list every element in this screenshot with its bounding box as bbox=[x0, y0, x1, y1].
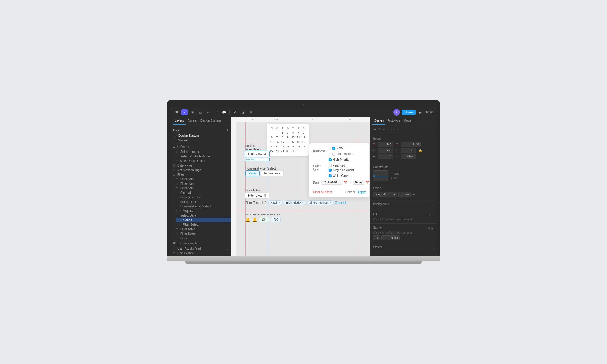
align-bottom-btn[interactable]: ⊥ bbox=[387, 127, 390, 132]
layer-filter-item-3[interactable]: T Filter item bbox=[174, 186, 231, 190]
checkbox-white-glove-box[interactable]: ✓ bbox=[329, 174, 332, 177]
right-tab-prototype[interactable]: Prototype bbox=[385, 117, 402, 125]
ruler-horizontal: 140 230 340 500 bbox=[231, 117, 370, 122]
stroke-more-icon[interactable]: ··· bbox=[401, 236, 403, 240]
layer-select-date[interactable]: T Select Date bbox=[174, 200, 231, 204]
layer-select-products[interactable]: ☐ Select products bbox=[174, 150, 231, 154]
layer-clear-all[interactable]: T Clear all bbox=[174, 190, 231, 195]
layer-filter-item-1[interactable]: T Filter item bbox=[174, 177, 231, 181]
align-center-btn[interactable]: ⊕ bbox=[391, 127, 395, 132]
layer-list-activity[interactable]: T List - Activity feed ∨ bbox=[171, 246, 231, 251]
zoom-label[interactable]: 100% bbox=[426, 111, 433, 114]
layer-filter-item-2[interactable]: T Filter item bbox=[174, 181, 231, 186]
filter-results-row: Filter (2 results): Retail ✕ High Priori… bbox=[245, 200, 346, 205]
apply-button[interactable]: Apply bbox=[357, 190, 366, 194]
cancel-button[interactable]: Cancel bbox=[345, 190, 355, 194]
component-icon[interactable]: ❖ bbox=[232, 109, 238, 115]
tab-layers[interactable]: Layers bbox=[173, 117, 186, 125]
chip-retail[interactable]: Retail bbox=[245, 170, 260, 176]
shape-tool-icon[interactable]: ◻ bbox=[197, 109, 203, 115]
layer-filter-table[interactable]: T Filter Table bbox=[174, 227, 231, 231]
distribute-v-btn[interactable]: ↕ bbox=[401, 127, 403, 132]
stroke-grid-icon[interactable]: ⊞ bbox=[428, 227, 430, 231]
x-value[interactable]: 140 bbox=[378, 142, 393, 147]
effects-add-icon[interactable]: + bbox=[431, 246, 433, 250]
stroke-add-icon[interactable]: + bbox=[431, 227, 433, 231]
r-value[interactable]: 0° bbox=[378, 154, 393, 159]
align-left-btn[interactable]: ⊢ bbox=[373, 127, 377, 132]
layer-group-15[interactable]: ☐ Group 15 bbox=[174, 209, 231, 213]
background-add-icon[interactable]: + bbox=[431, 203, 433, 207]
w-value[interactable]: 155 bbox=[378, 148, 393, 153]
today-button[interactable]: Today bbox=[353, 180, 364, 185]
pen-tool-icon[interactable]: ✏ bbox=[205, 109, 211, 115]
layer-brands[interactable]: ☐ brands bbox=[176, 218, 231, 222]
layer-row: Pass Through 100% 👁 bbox=[373, 192, 433, 197]
prop-row-wh: W 155 H 40 🔒 bbox=[373, 148, 433, 153]
checkbox-financed-box[interactable] bbox=[329, 164, 332, 167]
share-button[interactable]: Share bbox=[402, 110, 416, 115]
layer-filter-select-2[interactable]: T Filter Select bbox=[174, 231, 231, 236]
page-design-system[interactable]: ✓ Design System bbox=[173, 133, 229, 138]
play-button[interactable]: ▶ bbox=[418, 109, 424, 115]
blend-mode-select[interactable]: Pass Through bbox=[373, 192, 397, 197]
misc-icon[interactable]: ⊞ bbox=[248, 109, 254, 115]
tag-remove-icon[interactable]: ✕ bbox=[329, 201, 331, 204]
clip-value[interactable]: Mixed bbox=[401, 154, 416, 159]
ok-badge-1[interactable]: OK bbox=[259, 217, 269, 222]
layer-notif-flags[interactable]: ☐ Notifications flags bbox=[171, 168, 231, 172]
tab-assets[interactable]: Assets bbox=[186, 117, 198, 125]
checkbox-ecommerce-box[interactable] bbox=[332, 153, 335, 156]
layer-date-picker[interactable]: ☐ Date Picker bbox=[171, 163, 231, 168]
filter-active-button[interactable]: Filter View ⚙ bbox=[245, 192, 270, 199]
tag-remove-icon[interactable]: ✕ bbox=[302, 201, 304, 204]
layer-filter[interactable]: ☐ Filter bbox=[171, 172, 231, 177]
x2-value[interactable]: 2148 bbox=[401, 142, 421, 147]
checkbox-single-payment-box[interactable]: ✓ bbox=[329, 169, 332, 172]
background-section: Background + bbox=[370, 200, 436, 210]
ok-badge-2[interactable]: OK bbox=[271, 217, 280, 222]
fill-grid-icon[interactable]: ⊞ bbox=[428, 213, 430, 217]
tab-design-system[interactable]: Design System bbox=[198, 117, 222, 125]
visibility-toggle[interactable]: 👁 bbox=[412, 193, 415, 196]
layer-filter-2[interactable]: T Filter bbox=[174, 236, 231, 241]
layer-select-multiselect[interactable]: T select / multiselect bbox=[174, 159, 231, 163]
hamburger-icon[interactable]: ☰ bbox=[174, 109, 180, 115]
checkbox-retail-box[interactable]: ✓ bbox=[332, 147, 335, 150]
h-value[interactable]: 40 bbox=[401, 148, 416, 153]
comment-tool-icon[interactable]: 💬 bbox=[221, 109, 227, 115]
tag-remove-icon[interactable]: ✕ bbox=[278, 201, 280, 204]
mask-icon[interactable]: ◑ bbox=[240, 109, 246, 115]
page-mockup[interactable]: Mockup bbox=[173, 138, 229, 143]
stroke-width-value[interactable]: 1 bbox=[373, 235, 380, 240]
align-right-btn[interactable]: ⊣ bbox=[382, 127, 386, 132]
clear-all-filters-link[interactable]: Clear all filters bbox=[313, 190, 332, 194]
clear-all-link[interactable]: Clear all bbox=[335, 201, 346, 204]
right-tab-code[interactable]: Code bbox=[402, 117, 413, 125]
layer-filter-select-nested[interactable]: T Filter Select bbox=[176, 222, 231, 227]
right-tab-design[interactable]: Design bbox=[372, 117, 385, 125]
fill-add-icon[interactable]: + bbox=[431, 213, 433, 217]
move-tool-icon[interactable]: ↖ bbox=[181, 109, 188, 115]
laptop-screen: ☰ ↖ ⊞ ◻ ✏ T 💬 ❖ ◑ ⊞ A Share ▶ 100% bbox=[171, 107, 436, 256]
date-from-input[interactable] bbox=[321, 180, 342, 185]
distribute-h-btn[interactable]: ↔ bbox=[396, 127, 400, 132]
constraint-box bbox=[373, 170, 388, 181]
layer-filter-2-results[interactable]: T Filter (2 results:) bbox=[174, 195, 231, 200]
cal-header: T bbox=[280, 126, 285, 130]
frame-tool-icon[interactable]: ⊞ bbox=[189, 109, 195, 115]
stroke-type-value[interactable]: Mixed bbox=[381, 235, 400, 240]
align-top-btn[interactable]: ⊤ bbox=[378, 127, 381, 132]
layer-select-date-2[interactable]: T Select Date bbox=[174, 213, 231, 218]
layer-line-expand[interactable]: T Line Expand ∨ bbox=[171, 251, 231, 255]
layer-horiz-filter[interactable]: T Horizontal Filter Select bbox=[174, 204, 231, 209]
opacity-value[interactable]: 100% bbox=[398, 192, 411, 197]
text-tool-icon[interactable]: T bbox=[213, 109, 219, 115]
layer-select-products-active[interactable]: T Select Products Active bbox=[174, 154, 231, 159]
lock-icon[interactable]: 🔒 bbox=[419, 149, 422, 152]
chip-ecommerce[interactable]: Ecommerce bbox=[261, 170, 284, 176]
add-page-icon[interactable]: + bbox=[226, 128, 229, 132]
checkbox-white-glove: ✓ White Glove bbox=[329, 174, 349, 177]
checkbox-high-priority-box[interactable]: ✓ bbox=[329, 158, 332, 161]
filter-view-button[interactable]: Filter View ⚙ bbox=[245, 151, 269, 157]
